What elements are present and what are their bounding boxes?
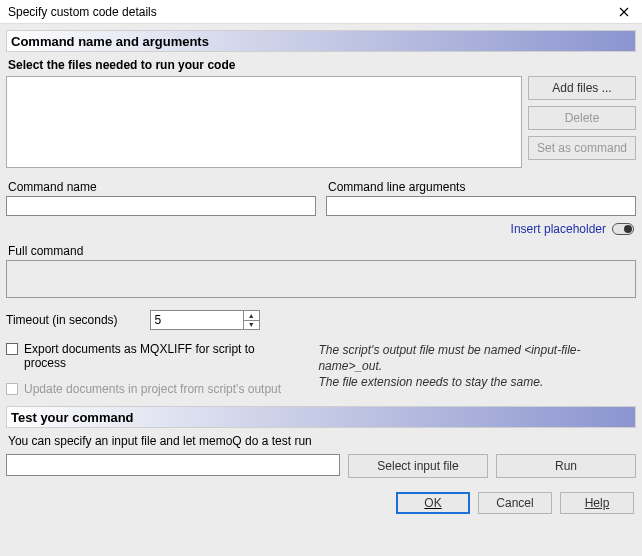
dialog-body: Command name and arguments Select the fi… <box>0 24 642 520</box>
set-as-command-button[interactable]: Set as command <box>528 136 636 160</box>
timeout-down-icon[interactable]: ▼ <box>244 320 259 330</box>
run-button[interactable]: Run <box>496 454 636 478</box>
update-documents-checkbox <box>6 383 18 395</box>
select-files-label: Select the files needed to run your code <box>6 52 636 76</box>
export-mqxliff-checkbox[interactable] <box>6 343 18 355</box>
run-label: Run <box>555 459 577 473</box>
delete-label: Delete <box>565 111 600 125</box>
hint-line1: The script's output file must be named <… <box>318 342 636 374</box>
test-description: You can specify an input file and let me… <box>6 428 636 454</box>
export-mqxliff-label: Export documents as MQXLIFF for script t… <box>24 342 298 370</box>
section-header-test-label: Test your command <box>11 410 134 425</box>
command-name-input[interactable] <box>6 196 316 216</box>
ok-button[interactable]: OK <box>396 492 470 514</box>
full-command-display <box>6 260 636 298</box>
ok-label: OK <box>424 496 441 510</box>
timeout-spinner[interactable]: ▲ ▼ <box>150 310 260 330</box>
command-args-input[interactable] <box>326 196 636 216</box>
set-as-command-label: Set as command <box>537 141 627 155</box>
hint-line2: The file extension needs to stay the sam… <box>318 374 636 390</box>
cancel-button[interactable]: Cancel <box>478 492 552 514</box>
select-input-file-button[interactable]: Select input file <box>348 454 488 478</box>
files-listbox[interactable] <box>6 76 522 168</box>
cancel-label: Cancel <box>496 496 533 510</box>
command-args-label: Command line arguments <box>326 176 636 196</box>
insert-placeholder-toggle[interactable] <box>612 223 634 235</box>
section-header-command-label: Command name and arguments <box>11 34 209 49</box>
command-name-label: Command name <box>6 176 316 196</box>
close-button[interactable] <box>610 2 638 22</box>
full-command-label: Full command <box>6 240 636 260</box>
help-button[interactable]: Help <box>560 492 634 514</box>
select-input-file-label: Select input file <box>377 459 458 473</box>
help-label: Help <box>585 496 610 510</box>
delete-button[interactable]: Delete <box>528 106 636 130</box>
insert-placeholder-link[interactable]: Insert placeholder <box>511 222 606 236</box>
add-files-label: Add files ... <box>552 81 611 95</box>
timeout-label: Timeout (in seconds) <box>6 313 118 327</box>
title-bar: Specify custom code details <box>0 0 642 24</box>
update-documents-label: Update documents in project from script'… <box>24 382 281 396</box>
test-input-file-input[interactable] <box>6 454 340 476</box>
add-files-button[interactable]: Add files ... <box>528 76 636 100</box>
section-header-test: Test your command <box>6 406 636 428</box>
timeout-input[interactable] <box>151 311 243 329</box>
timeout-up-icon[interactable]: ▲ <box>244 311 259 320</box>
section-header-command: Command name and arguments <box>6 30 636 52</box>
window-title: Specify custom code details <box>8 5 157 19</box>
